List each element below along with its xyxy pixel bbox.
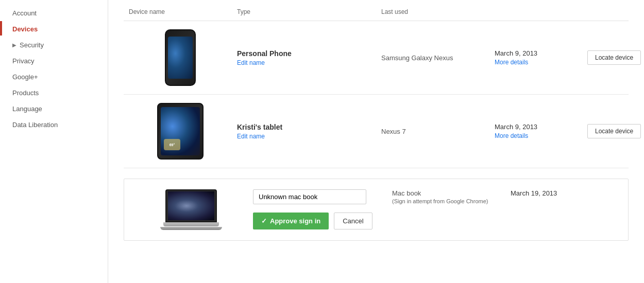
sidebar-item-label: Data Liberation (12, 121, 58, 129)
approve-label: Approve sign in (270, 217, 320, 225)
col-header-type: Type (237, 8, 381, 15)
unknown-device-actions: ✓ Approve sign in Cancel (253, 213, 618, 229)
cancel-button[interactable]: Cancel (334, 213, 372, 229)
phone-screen-inner (168, 37, 193, 79)
sidebar-item-language[interactable]: Language (0, 101, 108, 117)
phone-screen (168, 37, 193, 79)
last-used-date: March 9, 2013 (495, 123, 587, 131)
sidebar-item-label: Security (20, 41, 44, 49)
checkmark-icon: ✓ (261, 217, 267, 225)
device-name: Personal Phone (237, 49, 381, 58)
sidebar-item-label: Devices (12, 25, 38, 33)
unknown-device-fields: Mac book (Sign in attempt from Google Ch… (253, 189, 618, 204)
table-row: 69° Kristi's tablet Edit name Nexus 7 Ma… (124, 95, 629, 168)
sidebar-item-account[interactable]: Account (0, 5, 108, 21)
edit-name-link[interactable]: Edit name (237, 133, 381, 140)
sidebar-item-label: Products (12, 89, 39, 97)
device-actions-tablet: Locate device (587, 124, 644, 138)
device-type: Nexus 7 (381, 128, 495, 135)
macbook-screen-inner (168, 191, 214, 220)
macbook-screen-outer (165, 189, 217, 222)
tablet-widget: 69° (164, 139, 180, 150)
device-last-used-phone: March 9, 2013 More details (495, 49, 587, 66)
macbook-base (163, 222, 219, 226)
more-details-link[interactable]: More details (495, 59, 587, 66)
unknown-device-details: Mac book (Sign in attempt from Google Ch… (253, 189, 618, 229)
macbook-bottom (160, 227, 222, 230)
unknown-type-subtext: (Sign in attempt from Google Chrome) (392, 198, 505, 204)
sidebar-item-googleplus[interactable]: Google+ (0, 69, 108, 85)
device-info-tablet: Kristi's tablet Edit name (237, 123, 381, 140)
device-name: Kristi's tablet (237, 123, 381, 131)
device-actions-phone: Locate device (587, 50, 644, 65)
unknown-name-field (253, 189, 387, 204)
sidebar-item-data-liberation[interactable]: Data Liberation (0, 117, 108, 133)
unknown-last-used: March 19, 2013 (511, 189, 618, 197)
unknown-type: Mac book (392, 189, 505, 197)
device-name-input[interactable] (253, 189, 366, 204)
tablet-illustration: 69° (157, 103, 204, 160)
device-image-macbook (134, 189, 248, 230)
sidebar-item-label: Privacy (12, 57, 35, 65)
device-image-tablet: 69° (124, 103, 237, 160)
sidebar-item-label: Account (12, 9, 37, 17)
locate-device-button[interactable]: Locate device (587, 124, 641, 138)
device-image-phone (124, 29, 237, 86)
col-header-last-used: Last used (381, 8, 495, 15)
macbook-illustration (163, 189, 219, 230)
tablet-screen: 69° (161, 107, 200, 155)
unknown-device-section: Mac book (Sign in attempt from Google Ch… (124, 179, 629, 241)
last-used-date: March 19, 2013 (511, 189, 618, 197)
table-header: Device name Type Last used (124, 3, 629, 21)
table-row: Personal Phone Edit name Samsung Galaxy … (124, 21, 629, 95)
sidebar-item-products[interactable]: Products (0, 85, 108, 101)
locate-device-button[interactable]: Locate device (587, 50, 641, 65)
device-type: Samsung Galaxy Nexus (381, 54, 495, 62)
sidebar-item-privacy[interactable]: Privacy (0, 53, 108, 69)
edit-name-link[interactable]: Edit name (237, 59, 381, 66)
main-content: Device name Type Last used Personal Phon… (108, 0, 644, 283)
approve-signin-button[interactable]: ✓ Approve sign in (253, 213, 329, 229)
sidebar-item-devices[interactable]: Devices (0, 21, 108, 37)
unknown-type-info: Mac book (Sign in attempt from Google Ch… (392, 189, 505, 204)
sidebar: Account Devices ▶ Security Privacy Googl… (0, 0, 108, 283)
device-info-phone: Personal Phone Edit name (237, 49, 381, 66)
last-used-date: March 9, 2013 (495, 49, 587, 57)
macbook-wallpaper (168, 191, 214, 220)
phone-illustration (165, 29, 196, 86)
sidebar-item-label: Google+ (12, 73, 38, 81)
device-last-used-tablet: March 9, 2013 More details (495, 123, 587, 139)
col-header-device-name: Device name (124, 8, 237, 15)
sidebar-item-security[interactable]: ▶ Security (0, 37, 108, 53)
chevron-right-icon: ▶ (12, 42, 16, 48)
sidebar-item-label: Language (12, 105, 42, 113)
more-details-link[interactable]: More details (495, 132, 587, 139)
